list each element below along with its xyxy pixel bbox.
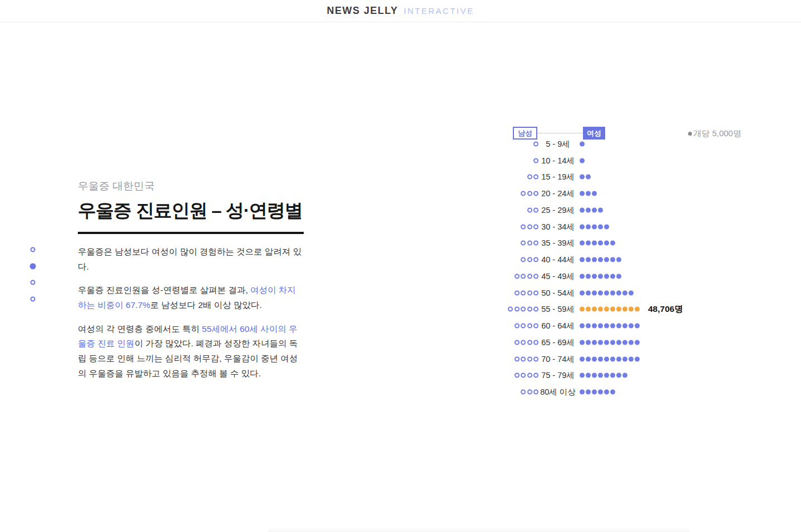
female-dot-icon xyxy=(622,373,627,378)
female-dot-icon xyxy=(610,290,615,295)
male-dot-icon xyxy=(533,207,538,212)
age-group-label: 60 - 64세 xyxy=(540,321,576,331)
female-dot-icon xyxy=(604,224,609,229)
female-dot-icon xyxy=(604,257,609,262)
female-dot-icon xyxy=(598,390,603,395)
female-dot-icon xyxy=(586,356,591,361)
female-dot-icon xyxy=(629,356,634,361)
age-group-label: 25 - 29세 xyxy=(540,205,576,215)
male-dot-icon xyxy=(527,224,532,229)
male-dot-icon xyxy=(527,175,532,180)
male-dot-icon xyxy=(515,290,520,295)
paragraph-2: 우울증 진료인원을 성-연령별로 살펴본 결과, 여성이 차지하는 비중이 67… xyxy=(78,283,304,312)
male-dot-icon xyxy=(533,274,538,279)
dot-chart: 남성 여성 5 - 9세10 - 14세15 - 19세20 - 24세25 -… xyxy=(495,126,756,404)
female-dot-icon xyxy=(610,324,615,329)
female-dot-icon xyxy=(622,340,627,345)
female-dot-icon xyxy=(580,257,585,262)
female-dot-icon xyxy=(616,274,621,279)
female-dot-icon xyxy=(586,373,591,378)
male-dot-icon xyxy=(527,356,532,361)
age-group-label: 70 - 74세 xyxy=(540,354,576,364)
female-dot-icon xyxy=(592,390,597,395)
chart-row: 65 - 69세 xyxy=(495,334,756,351)
male-dot-icon xyxy=(521,373,526,378)
chart-row: 10 - 14세 xyxy=(495,152,756,169)
highlight-value-label: 48,706명 xyxy=(648,304,683,315)
female-dot-icon xyxy=(622,356,627,361)
female-dot-icon xyxy=(629,290,634,295)
male-dot-icon xyxy=(527,191,532,196)
female-dot-icon xyxy=(604,307,609,312)
chart-rows: 5 - 9세10 - 14세15 - 19세20 - 24세25 - 29세30… xyxy=(495,136,756,400)
female-dot-icon xyxy=(622,290,627,295)
brand-name: NEWS JELLY xyxy=(327,5,398,17)
female-dot-icon xyxy=(629,324,634,329)
female-dots xyxy=(580,390,615,395)
female-dot-icon xyxy=(592,324,597,329)
male-dot-icon xyxy=(533,307,538,312)
male-dot-icon xyxy=(521,191,526,196)
female-dot-icon xyxy=(598,207,603,212)
male-dot-icon xyxy=(533,158,538,163)
male-dots xyxy=(495,175,538,180)
male-dot-icon xyxy=(533,290,538,295)
page-nav-dot-3[interactable] xyxy=(31,280,36,285)
male-dots xyxy=(495,373,538,378)
female-dots xyxy=(580,191,597,196)
paragraph-3-text: 여성의 각 연령층 중에서도 특히 xyxy=(78,324,202,334)
female-dot-icon xyxy=(604,241,609,246)
female-dot-icon xyxy=(586,191,591,196)
chart-row: 75 - 79세 xyxy=(495,367,756,384)
brand-logo[interactable]: NEWS JELLY INTERACTIVE xyxy=(327,5,474,17)
male-dots xyxy=(495,191,538,196)
female-dot-icon xyxy=(580,290,585,295)
female-dot-icon xyxy=(598,224,603,229)
female-dot-icon xyxy=(580,224,585,229)
male-dot-icon xyxy=(521,241,526,246)
female-dot-icon xyxy=(604,274,609,279)
page-nav-dot-4[interactable] xyxy=(31,297,36,302)
chart-row: 20 - 24세 xyxy=(495,185,756,202)
female-dot-icon xyxy=(592,373,597,378)
age-group-label: 20 - 24세 xyxy=(540,188,576,199)
chart-row: 5 - 9세 xyxy=(495,136,756,152)
female-dots xyxy=(580,207,603,212)
male-dot-icon xyxy=(515,373,520,378)
male-dot-icon xyxy=(527,340,532,345)
female-dot-icon xyxy=(629,307,634,312)
chart-row: 35 - 39세 xyxy=(495,235,756,252)
female-dot-icon xyxy=(604,290,609,295)
page-nav-dot-1[interactable] xyxy=(31,247,36,252)
female-dots xyxy=(580,290,634,295)
female-dot-icon xyxy=(598,257,603,262)
male-dot-icon xyxy=(533,257,538,262)
female-dot-icon xyxy=(580,158,585,163)
male-dot-icon xyxy=(533,390,538,395)
male-dots xyxy=(495,307,538,312)
male-dot-icon xyxy=(527,307,532,312)
female-dot-icon xyxy=(580,241,585,246)
page-nav xyxy=(29,247,37,314)
age-group-label: 55 - 59세 xyxy=(540,304,576,315)
female-dots xyxy=(580,373,627,378)
female-dots xyxy=(580,257,621,262)
female-dots xyxy=(580,241,615,246)
age-group-label: 45 - 49세 xyxy=(540,271,576,281)
page-nav-dot-2[interactable] xyxy=(30,263,36,269)
male-dot-icon xyxy=(527,290,532,295)
female-dots xyxy=(580,224,609,229)
site-header: NEWS JELLY INTERACTIVE xyxy=(0,0,801,22)
female-dots xyxy=(580,340,640,345)
male-dots xyxy=(495,390,538,395)
male-dot-icon xyxy=(533,141,538,146)
female-dot-icon xyxy=(610,340,615,345)
toggle-connector-line xyxy=(537,133,583,133)
female-dot-icon xyxy=(635,356,640,361)
female-dot-icon xyxy=(586,290,591,295)
female-dot-icon xyxy=(580,390,585,395)
female-dot-icon xyxy=(604,373,609,378)
female-dot-icon xyxy=(616,324,621,329)
male-dot-icon xyxy=(533,241,538,246)
male-dot-icon xyxy=(521,356,526,361)
